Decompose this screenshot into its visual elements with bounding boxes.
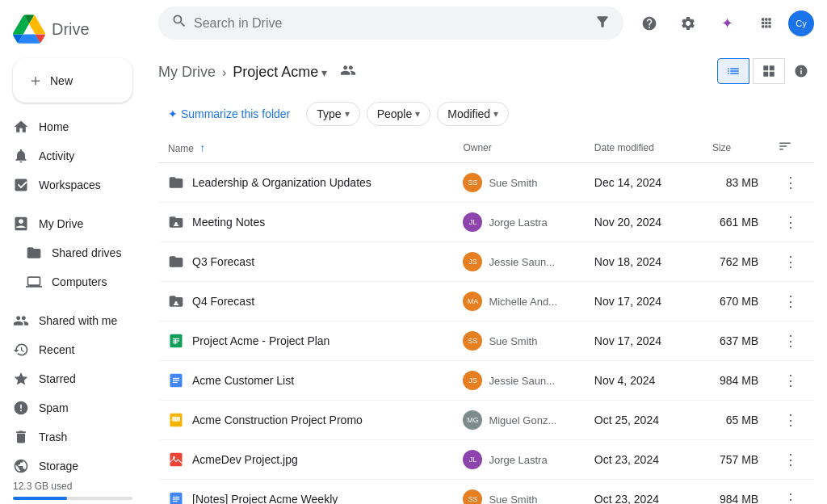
date-modified: Oct 25, 2024 xyxy=(585,401,703,440)
file-size: 661 MB xyxy=(703,203,768,242)
modified-filter-btn[interactable]: Modified ▾ xyxy=(437,102,509,126)
sidebar-other-section: Shared with me Recent Starred Spam Trash xyxy=(0,306,145,481)
breadcrumb-dropdown-btn[interactable]: ▾ xyxy=(321,66,327,79)
type-filter-btn[interactable]: Type ▾ xyxy=(306,102,359,126)
file-type-icon xyxy=(168,254,184,270)
search-input[interactable] xyxy=(194,16,588,31)
more-options-btn[interactable]: ⋮ xyxy=(778,328,804,354)
breadcrumb-current-folder: Project Acme ▾ xyxy=(233,64,327,81)
type-filter-label: Type xyxy=(317,107,341,120)
grid-view-btn[interactable] xyxy=(753,58,785,84)
search-icon xyxy=(171,13,187,33)
sidebar-item-computers[interactable]: Computers xyxy=(0,267,139,296)
table-row[interactable]: Acme Construction Project Promo MG Migue… xyxy=(158,401,814,440)
search-box[interactable] xyxy=(158,6,623,40)
apps-icon-btn[interactable] xyxy=(749,7,782,40)
content-area: My Drive › Project Acme ▾ xyxy=(145,46,827,504)
more-options-btn[interactable]: ⋮ xyxy=(778,249,804,275)
file-type-icon xyxy=(168,174,184,191)
header-icons: ✦ Cy xyxy=(633,7,814,40)
svg-rect-13 xyxy=(170,453,183,467)
col-header-owner[interactable]: Owner xyxy=(453,132,584,163)
owner-avatar: MA xyxy=(463,292,482,311)
breadcrumb-current-label: Project Acme xyxy=(233,64,318,81)
storage-bar-fill xyxy=(13,497,67,500)
search-filter-icon[interactable] xyxy=(594,14,611,32)
owner-cell: MG Miguel Gonz... xyxy=(463,410,574,430)
file-type-icon xyxy=(168,333,184,349)
more-options-btn[interactable]: ⋮ xyxy=(778,447,804,472)
more-options-btn[interactable]: ⋮ xyxy=(778,407,804,433)
more-options-btn[interactable]: ⋮ xyxy=(778,209,804,235)
sidebar-item-shared-with-me-label: Shared with me xyxy=(39,314,117,327)
table-row[interactable]: Leadership & Organization Updates SS Sue… xyxy=(158,163,814,203)
date-modified: Oct 23, 2024 xyxy=(585,440,703,480)
table-row[interactable]: AcmeDev Project.jpg JL Jorge Lastra Oct … xyxy=(158,440,814,480)
sidebar-item-storage[interactable]: Storage xyxy=(0,452,139,481)
owner-avatar: SS xyxy=(463,331,482,351)
new-button[interactable]: ＋ New xyxy=(13,58,132,103)
owner-name: Sue Smith xyxy=(489,494,537,505)
file-type-icon xyxy=(168,452,184,468)
breadcrumb-parent[interactable]: My Drive xyxy=(158,64,216,81)
owner-name: Jessie Saun... xyxy=(489,256,555,268)
table-row[interactable]: Meeting Notes JL Jorge Lastra Nov 20, 20… xyxy=(158,203,814,242)
main-content: ✦ Cy My Drive › Project Acme ▾ xyxy=(145,0,827,504)
owner-avatar: JS xyxy=(463,252,482,271)
support-icon-btn[interactable] xyxy=(633,7,665,40)
sidebar-item-spam[interactable]: Spam xyxy=(0,393,139,422)
owner-name: Sue Smith xyxy=(489,335,537,347)
file-type-icon xyxy=(168,372,184,388)
sidebar-item-spam-label: Spam xyxy=(39,401,69,414)
sidebar-item-shared-with-me[interactable]: Shared with me xyxy=(0,306,139,335)
owner-avatar: JL xyxy=(463,212,482,232)
file-size: 637 MB xyxy=(703,321,768,361)
file-size: 83 MB xyxy=(703,163,768,203)
more-options-btn[interactable]: ⋮ xyxy=(778,486,804,504)
more-options-btn[interactable]: ⋮ xyxy=(778,170,804,195)
file-name: Acme Construction Project Promo xyxy=(192,414,363,426)
info-btn[interactable] xyxy=(788,58,814,84)
sidebar-item-starred[interactable]: Starred xyxy=(0,364,139,393)
spam-icon xyxy=(13,400,29,416)
col-size-label: Size xyxy=(712,142,731,153)
table-row[interactable]: Project Acme - Project Plan SS Sue Smith… xyxy=(158,321,814,361)
sidebar-item-my-drive[interactable]: My Drive xyxy=(0,209,139,238)
list-view-btn[interactable] xyxy=(717,58,749,84)
modified-filter-label: Modified xyxy=(447,107,490,120)
table-row[interactable]: Acme Customer List JS Jessie Saun... Nov… xyxy=(158,361,814,401)
recent-icon xyxy=(13,342,29,358)
view-controls xyxy=(717,58,814,84)
sidebar-item-workspaces[interactable]: Workspaces xyxy=(0,170,139,200)
sidebar-item-shared-drives-label: Shared drives xyxy=(52,246,121,259)
people-filter-btn[interactable]: People ▾ xyxy=(367,102,431,126)
breadcrumb-people-btn[interactable] xyxy=(340,62,356,82)
owner-avatar: JS xyxy=(463,371,482,390)
file-name: Q3 Forecast xyxy=(192,255,254,268)
more-options-btn[interactable]: ⋮ xyxy=(778,368,804,393)
file-name: AcmeDev Project.jpg xyxy=(192,453,298,466)
table-row[interactable]: [Notes] Project Acme Weekly SS Sue Smith… xyxy=(158,480,814,505)
sidebar-item-shared-drives[interactable]: Shared drives xyxy=(0,238,139,267)
drive-logo[interactable]: Drive xyxy=(0,6,145,52)
avatar-label: Cy xyxy=(796,19,806,28)
settings-icon-btn[interactable] xyxy=(672,7,704,40)
breadcrumb-arrow: › xyxy=(222,65,226,80)
table-row[interactable]: Q4 Forecast MA Michelle And... Nov 17, 2… xyxy=(158,282,814,321)
storage-bar xyxy=(13,497,132,500)
sidebar-item-trash[interactable]: Trash xyxy=(0,422,139,452)
file-name: Acme Customer List xyxy=(192,374,294,387)
col-header-name[interactable]: Name ↑ xyxy=(158,132,453,163)
sidebar-item-home[interactable]: Home xyxy=(0,112,139,141)
svg-rect-15 xyxy=(170,493,183,504)
drive-logo-icon xyxy=(13,13,45,45)
summarize-button[interactable]: ✦ Summarize this folder xyxy=(158,103,300,125)
col-header-size[interactable]: Size xyxy=(703,132,768,163)
gemini-icon-btn[interactable]: ✦ xyxy=(711,7,743,40)
sidebar-item-activity[interactable]: Activity xyxy=(0,141,139,170)
user-avatar[interactable]: Cy xyxy=(788,10,814,36)
more-options-btn[interactable]: ⋮ xyxy=(778,288,804,314)
sidebar-item-recent[interactable]: Recent xyxy=(0,335,139,364)
col-header-date[interactable]: Date modified xyxy=(585,132,703,163)
table-row[interactable]: Q3 Forecast JS Jessie Saun... Nov 18, 20… xyxy=(158,242,814,282)
